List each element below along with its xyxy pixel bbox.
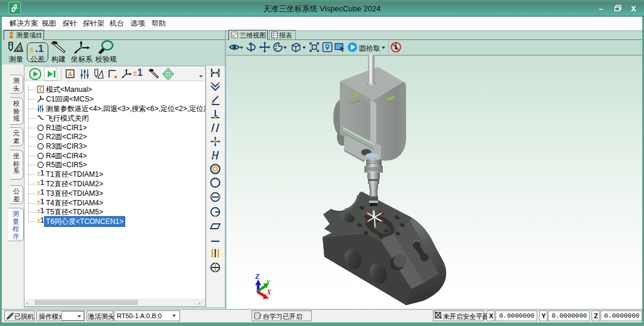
svg-text:A: A (68, 71, 72, 78)
svg-text:Y: Y (266, 278, 271, 287)
svg-text:X: X (266, 288, 272, 296)
svg-text:Z: Z (255, 272, 260, 281)
